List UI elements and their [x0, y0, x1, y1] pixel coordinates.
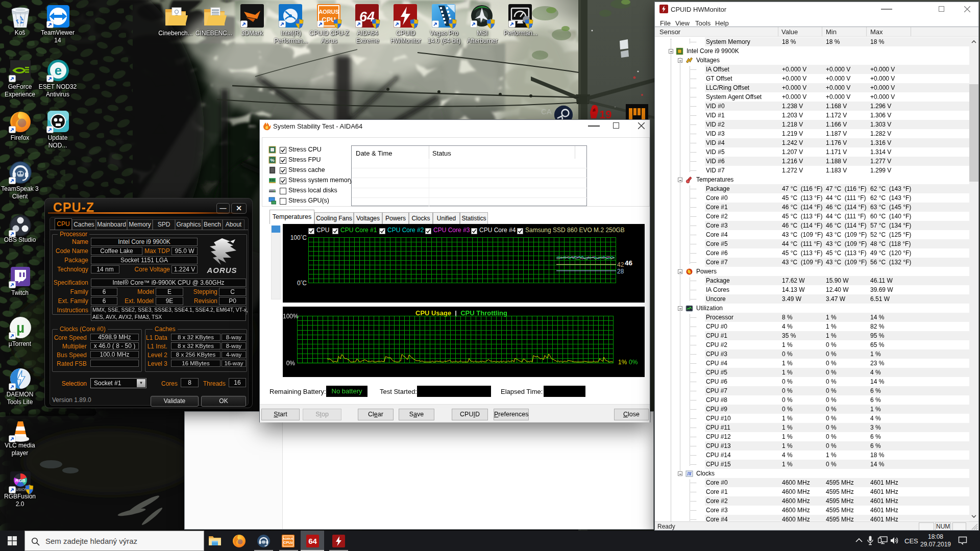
svg-text:e: e: [55, 63, 62, 78]
svg-text:RGB: RGB: [15, 478, 26, 483]
svg-text:AORUS: AORUS: [318, 9, 339, 15]
svg-text:%: %: [270, 158, 274, 163]
svg-text:µ: µ: [16, 320, 24, 336]
svg-text:AORUS: AORUS: [206, 266, 237, 274]
